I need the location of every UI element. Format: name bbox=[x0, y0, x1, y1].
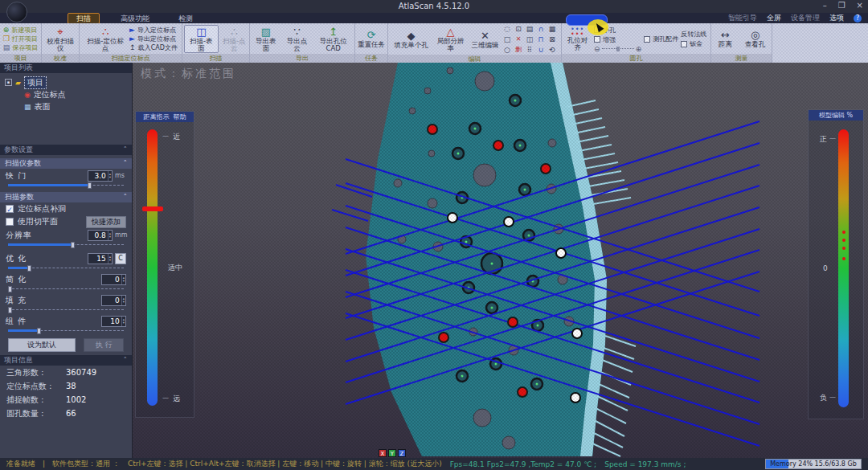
bridge3-tool-icon[interactable]: ∪ bbox=[536, 45, 547, 55]
collapse-icon[interactable]: ˄ bbox=[124, 355, 128, 366]
flip-tool-icon[interactable]: ◫ bbox=[525, 35, 535, 44]
project-list-header[interactable]: 项目列表 bbox=[0, 63, 132, 73]
minimize-button[interactable]: – bbox=[823, 1, 827, 10]
sheet-metal-checkbox[interactable]: 钣金 bbox=[681, 39, 709, 48]
tab-scan[interactable]: 扫描 bbox=[68, 13, 100, 24]
mesh-tool-icon[interactable]: ▦ bbox=[547, 24, 558, 34]
distance-help-link[interactable]: 帮助 bbox=[174, 113, 186, 121]
slider-thumb[interactable] bbox=[37, 328, 41, 334]
viewport-3d[interactable]: 模式：标准范围 距离指示 帮助 — 近 适中 — 远 模型编辑 % 正 — 0 … bbox=[133, 63, 868, 458]
axis-x-button[interactable]: X bbox=[379, 449, 387, 457]
deviation-zero-label: 0 bbox=[823, 264, 828, 272]
fill-single-hole-button[interactable]: ◆填充单个孔 bbox=[392, 31, 431, 49]
edge-hatch-line bbox=[591, 189, 628, 195]
project-info-header[interactable]: 项目信息˄ bbox=[0, 355, 132, 366]
reset-task-button[interactable]: ⟳重置任务 bbox=[357, 30, 386, 48]
clear-tool-icon[interactable]: ⊠ bbox=[547, 35, 558, 44]
local-resolution-button[interactable]: △局部分辨率 bbox=[433, 27, 469, 52]
set-default-button[interactable]: 设为默认 bbox=[8, 338, 76, 352]
new-project-button[interactable]: ⊕新建项目 bbox=[3, 27, 39, 35]
resolution-stepper[interactable]: 0.8 ▴▾ bbox=[88, 230, 113, 241]
collapse-icon[interactable]: ˄ bbox=[124, 158, 128, 169]
collapse-icon[interactable]: ˄ bbox=[124, 145, 128, 155]
edit-3d-button[interactable]: ✕三维编辑 bbox=[471, 31, 500, 49]
close-button[interactable]: × bbox=[857, 1, 863, 10]
component-stepper[interactable]: 10 ▴▾ bbox=[101, 316, 126, 327]
resolution-slider[interactable] bbox=[8, 242, 124, 248]
import-targets-button[interactable]: ►导入定位标点 bbox=[129, 27, 178, 35]
status-ready: 准备就绪 | 软件包类型：通用 ： bbox=[6, 459, 120, 469]
slider-thumb[interactable] bbox=[71, 242, 75, 248]
maximize-button[interactable]: ❐ bbox=[838, 1, 845, 10]
cut-plane-checkbox[interactable]: 使用切平面 快捷添加 bbox=[0, 215, 132, 228]
simplify-stepper[interactable]: 0 ▴▾ bbox=[101, 274, 126, 285]
target-fill-checkbox[interactable]: ✓ 定位标点补洞 bbox=[0, 202, 132, 215]
menu-device-manager[interactable]: 设备管理 bbox=[791, 13, 820, 23]
tree-node-targets[interactable]: ◉ 定位标点 bbox=[24, 88, 132, 100]
axis-z-button[interactable]: Z bbox=[398, 449, 406, 457]
axis-y-button[interactable]: Y bbox=[388, 449, 396, 457]
tree-node-project[interactable]: ▪ ▰ 项目 bbox=[5, 76, 132, 88]
export-holes-cad-button[interactable]: ↥导出孔位CAD bbox=[313, 27, 353, 52]
scanner-params-header[interactable]: 扫描仪参数˄ bbox=[0, 158, 132, 169]
view-holes-button[interactable]: ◎查看孔 bbox=[740, 30, 770, 48]
scan-targets-button[interactable]: ∴扫描-定位标点 bbox=[84, 27, 127, 52]
export-targets-button[interactable]: ►导出定位标点 bbox=[129, 35, 178, 43]
enhance-checkbox[interactable]: 增强 bbox=[594, 35, 641, 44]
scan-pointcloud-button[interactable]: ∴扫描-点云 bbox=[221, 27, 248, 52]
bridge2-tool-icon[interactable]: ⊓ bbox=[536, 35, 547, 44]
scan-surface-button[interactable]: ◫扫描-表面 bbox=[184, 25, 219, 54]
hole-fitting-checkbox[interactable]: 测孔配件 bbox=[644, 35, 678, 43]
collapse-icon[interactable]: ˄ bbox=[124, 192, 128, 202]
shutter-stepper[interactable]: 3.0 ▴▾ bbox=[88, 170, 113, 182]
fill-slider[interactable] bbox=[8, 307, 124, 313]
calibrate-scanner-button[interactable]: ⌖校准扫描仪 bbox=[43, 27, 77, 52]
menu-smart-guide[interactable]: 智能引导 bbox=[728, 13, 757, 23]
plus-icon[interactable]: ⊕ bbox=[636, 45, 642, 53]
minus-icon[interactable]: ⊖ bbox=[594, 45, 600, 53]
optimize-stepper[interactable]: 15 ▴▾ bbox=[88, 253, 113, 264]
save-project-button[interactable]: ▤保存项目 bbox=[3, 44, 39, 52]
hole-size-slider[interactable]: ⊖ ⊕ bbox=[594, 45, 641, 53]
tab-inspect[interactable]: 检测 bbox=[170, 14, 201, 23]
undo-tool-icon[interactable]: ⟲ bbox=[547, 45, 558, 55]
refresh-button[interactable]: C bbox=[115, 253, 126, 264]
params-header[interactable]: 参数设置˄ bbox=[0, 145, 132, 155]
component-slider[interactable] bbox=[8, 328, 124, 334]
slider-thumb[interactable] bbox=[27, 265, 31, 272]
measure-distance-button[interactable]: ↔距离 bbox=[713, 30, 738, 48]
delete-text-icon[interactable]: 删 bbox=[514, 45, 524, 55]
shutter-slider[interactable] bbox=[8, 182, 124, 189]
execute-button[interactable]: 执 行 bbox=[84, 338, 124, 352]
smooth-tool-icon[interactable]: ⠿ bbox=[525, 45, 535, 55]
circle-select-icon[interactable]: ○ bbox=[502, 45, 513, 55]
help-icon[interactable]: ? bbox=[854, 14, 862, 22]
tree-collapse-icon[interactable]: ▪ bbox=[5, 79, 12, 86]
ribbon-group-calibrate: ⌖校准扫描仪 校准 bbox=[42, 23, 80, 63]
open-project-button[interactable]: ❒打开项目 bbox=[3, 35, 39, 43]
lasso-select-icon[interactable]: ◌ bbox=[502, 24, 513, 34]
quick-add-button[interactable]: 快捷添加 bbox=[86, 216, 126, 228]
tree-node-surface[interactable]: ▦ 表面 bbox=[24, 100, 132, 112]
menu-fullscreen[interactable]: 全屏 bbox=[767, 13, 781, 23]
flip-normals-button[interactable]: 反转法线 bbox=[681, 30, 709, 39]
export-surface-button[interactable]: ▨导出表面 bbox=[252, 27, 280, 52]
tab-advanced[interactable]: 高级功能 bbox=[113, 14, 158, 23]
fill-stepper[interactable]: 0 ▴▾ bbox=[101, 295, 126, 306]
menu-options[interactable]: 选项 bbox=[829, 13, 844, 23]
hole-align-button[interactable]: •••••• 孔位对齐 bbox=[563, 27, 592, 51]
slider-thumb[interactable] bbox=[8, 307, 12, 313]
scan-params-header[interactable]: 扫描参数˄ bbox=[0, 192, 132, 202]
rect-select-icon[interactable]: □ bbox=[502, 35, 513, 44]
box-select-icon[interactable]: ⊡ bbox=[514, 24, 524, 34]
optimize-slider[interactable] bbox=[8, 265, 124, 272]
delete-selection-icon[interactable]: ✕ bbox=[514, 35, 524, 44]
load-cad-button[interactable]: ↥载入CAD文件 bbox=[129, 44, 178, 52]
export-pointcloud-button[interactable]: ∵导出点云 bbox=[283, 27, 312, 52]
slider-thumb[interactable] bbox=[616, 47, 620, 51]
plane-tool-icon[interactable]: ▤ bbox=[525, 24, 535, 34]
simplify-slider[interactable] bbox=[8, 286, 124, 292]
slider-thumb[interactable] bbox=[88, 182, 92, 189]
bridge-tool-icon[interactable]: ∩ bbox=[536, 24, 547, 34]
slider-thumb[interactable] bbox=[8, 286, 12, 292]
